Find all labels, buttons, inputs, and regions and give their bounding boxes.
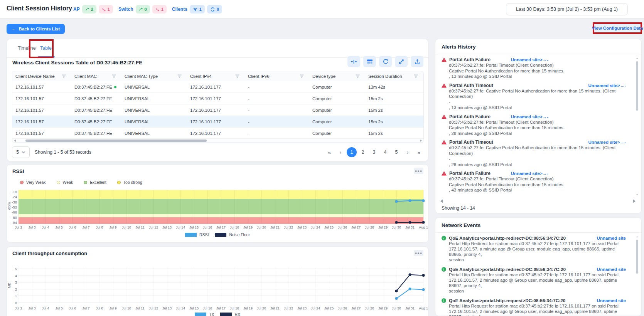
clients-label: Clients [172,7,187,12]
horizontal-scrollbar[interactable] [12,138,423,142]
back-to-clients-button[interactable]: ← Back to Clients List [7,24,65,34]
page-number[interactable]: 5 [391,147,401,157]
cell-value: UNIVERSAL [125,108,150,113]
device-status-group: AP 2 1 Switch 0 1 Clients 1 0 [73,4,222,14]
export-icon[interactable] [411,56,423,67]
y-tick-label: -10 [7,190,17,194]
events-vertical-scrollbar[interactable]: ▲ [635,235,639,313]
scroll-right-icon[interactable] [420,140,422,142]
table-row[interactable]: 172.16.101.57D0:37:45:B2:27:FEUNIVERSAL1… [12,81,423,93]
alert-description-line: , 13 minutes ago @ SSID Portal [449,105,626,111]
table-row[interactable]: 172.16.101.57D0:37:45:B2:27:FEUNIVERSAL1… [12,116,423,128]
alerts-vertical-scrollbar[interactable]: ▲ ▼ [635,57,639,196]
alert-description-line: d0:37:45:b2:27:fe: Portal Timeout (Clien… [449,62,626,68]
scroll-down-icon[interactable]: ▼ [636,193,638,196]
alerts-history-card: Alerts History Portal Auth FailureUnname… [435,39,642,213]
alert-header: Portal Auth TimeoutUnnamed site>→- [442,140,626,145]
alert-description-line: Captive Portal No Authentication for mor… [449,182,626,188]
table-row[interactable]: 172.16.101.57D0:37:45:B2:27:FEUNIVERSAL1… [12,128,423,139]
resize-columns-icon[interactable] [347,56,360,67]
alert-item: Portal Auth TimeoutUnnamed site>→-d0:37:… [442,140,626,167]
alerts-prev-icon[interactable] [440,199,443,203]
page-number[interactable]: 3 [369,147,379,157]
switch-label: Switch [118,7,133,12]
clients-wireless-badge[interactable]: 1 [190,5,205,13]
alert-description-line: d0:37:45:b2:27:fe: Captive Portal No Aut… [449,88,626,99]
column-header: Client IPv4 [187,71,245,81]
event-site-link[interactable]: Unnamed site [597,236,626,240]
table-cell: D0:37:45:B2:27:FE [71,104,121,116]
page-number[interactable]: 4 [380,147,390,157]
ap-down-badge[interactable]: 1 [99,5,113,13]
table-cell: 172.16.101.177 [187,81,245,92]
sessions-table: Client Device NameClient MACClient MAC T… [12,71,424,143]
rssi-card: RSSI ●●● Very WeakWeakExcellentToo stron… [7,164,428,243]
expand-icon[interactable] [395,56,408,67]
chart-series-svg [19,267,423,304]
alert-site-link[interactable]: Unnamed site>→- [511,171,548,176]
table-cell: Computer [309,116,365,127]
scrollbar-thumb[interactable] [636,240,638,274]
legend-label: Noise Floor [229,232,250,237]
more-options-icon[interactable]: ●●● [414,250,423,256]
filter-icon[interactable] [300,74,304,78]
alert-site-link[interactable]: Unnamed site>→- [588,140,626,145]
filter-icon[interactable] [356,74,360,78]
refresh-icon[interactable] [379,56,392,67]
rssi-y-axis-name: dBm [7,202,11,210]
cell-value: Computer [312,131,332,136]
table-cell: D0:37:45:B2:27:FE [71,81,121,92]
alerts-next-icon[interactable] [633,199,636,203]
first-page-icon[interactable]: « [324,147,334,157]
alert-site-link[interactable]: Unnamed site>→- [511,57,548,62]
trend-up-icon [139,7,143,12]
page-number[interactable]: 2 [358,147,368,157]
cell-value: - [248,96,250,101]
scroll-up-icon[interactable]: ▲ [636,235,638,238]
clients-roaming-badge[interactable]: 0 [207,5,222,13]
switch-up-badge[interactable]: 0 [136,5,150,13]
table-cell: 172.16.101.177 [187,128,245,139]
scroll-up-icon[interactable]: ▲ [636,57,638,59]
table-cell: UNIVERSAL [121,128,187,139]
table-cell: 172.16.101.57 [12,128,71,139]
columns-icon[interactable] [363,56,376,67]
sessions-card: Timeline Table Wireless Client Sessions … [7,39,428,161]
filter-icon[interactable] [235,74,239,78]
cell-value: Computer [312,108,332,113]
scrollbar-thumb[interactable] [25,140,207,142]
scrollbar-thumb[interactable] [636,61,638,111]
column-header: Device type [309,71,365,81]
switch-down-badge[interactable]: 1 [152,5,167,13]
alert-header: Portal Auth FailureUnnamed site>→- [442,114,548,119]
alert-site-link[interactable]: Unnamed site>→- [588,83,626,88]
scroll-left-icon[interactable] [14,140,16,142]
filter-icon[interactable] [177,74,182,78]
filter-icon[interactable] [62,74,66,78]
alert-warning-icon [442,114,447,119]
filter-icon[interactable] [414,74,418,78]
table-row[interactable]: 172.16.101.57D0:37:45:B2:27:FEUNIVERSAL1… [12,93,423,104]
date-range-picker[interactable]: Last 30 Days: 3:53 pm (Jul 2) - 3:53 pm … [506,3,628,15]
filter-icon[interactable] [112,74,116,78]
ap-up-badge[interactable]: 2 [82,5,96,13]
event-site-link[interactable]: Unnamed site [597,267,626,272]
more-options-icon[interactable]: ●●● [414,168,423,174]
column-header-label: Client IPv4 [190,74,212,79]
page-number[interactable]: 1 [347,147,357,157]
page-size-select[interactable]: 5 [12,146,30,158]
x-tick-label: Aug 1 [415,306,432,310]
event-site-link[interactable]: Unnamed site [597,298,626,303]
legend-item: TX [195,312,214,316]
table-row[interactable]: 172.16.101.57D0:37:45:B2:27:FEUNIVERSAL1… [12,104,423,116]
view-configuration-link[interactable]: View Configuration Data [592,26,643,30]
next-page-icon[interactable]: › [403,147,413,157]
last-page-icon[interactable]: » [414,147,424,157]
threshold-label: Excellent [90,180,106,185]
alert-site-link[interactable]: Unnamed site>→- [511,114,548,119]
prev-page-icon[interactable]: ‹ [335,147,346,157]
throughput-chart-title: Client throughput consumption [12,250,87,256]
annotation-box-table-tab [29,39,54,58]
event-info-icon [442,236,446,240]
cell-value: UNIVERSAL [125,119,150,124]
